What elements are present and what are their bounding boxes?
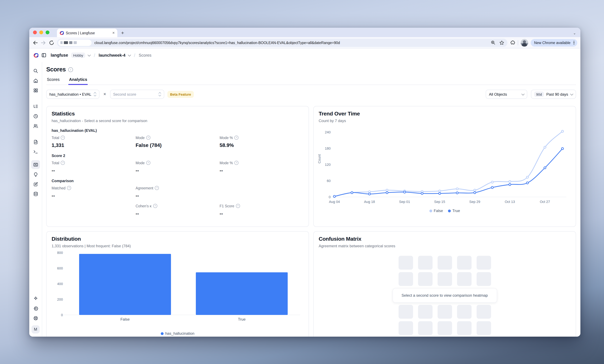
data-point[interactable] (509, 181, 511, 183)
sidebar-item-home[interactable] (31, 76, 40, 85)
sidebar-item-sessions[interactable] (31, 112, 40, 121)
sidebar-item-dashboards[interactable] (31, 86, 40, 95)
stat-cohens-k: Cohen's κ -- (136, 204, 220, 216)
project-chevron-icon[interactable] (128, 53, 131, 56)
data-point[interactable] (456, 192, 458, 194)
tab-search-chevron-icon[interactable]: ⌄ (573, 31, 576, 37)
sidebar-item-settings[interactable] (31, 304, 40, 313)
sidebar-item-users[interactable] (31, 121, 40, 130)
data-point[interactable] (421, 192, 423, 194)
chrome-menu-icon[interactable] (573, 41, 575, 45)
chrome-update-button[interactable]: New Chrome available (530, 39, 577, 46)
site-info-chip[interactable] (58, 39, 91, 46)
help-icon[interactable] (155, 186, 159, 190)
date-range-select[interactable]: 90d Past 90 days (531, 90, 576, 99)
help-icon[interactable] (61, 136, 65, 140)
legend-item-false[interactable]: False (429, 209, 443, 213)
back-icon[interactable] (32, 40, 38, 45)
help-icon[interactable] (67, 186, 71, 190)
users-icon (33, 123, 38, 128)
profile-avatar[interactable] (520, 39, 528, 46)
data-point[interactable] (386, 189, 388, 191)
data-point[interactable] (474, 189, 476, 191)
brand-name[interactable]: langfuse (51, 53, 68, 58)
score2-select[interactable]: Second score (110, 90, 164, 99)
y-tick: 180 (325, 146, 331, 151)
reload-icon[interactable] (49, 40, 54, 45)
matrix-cell (457, 256, 471, 270)
page-title: Scores (46, 66, 66, 73)
sidebar-item-scores[interactable] (31, 160, 40, 169)
data-point[interactable] (474, 192, 476, 194)
data-point[interactable] (386, 192, 388, 194)
data-point[interactable] (544, 146, 546, 148)
sidebar-item-annotation[interactable] (31, 180, 40, 188)
chrome-update-label: New Chrome available (534, 41, 570, 45)
data-point[interactable] (509, 183, 511, 186)
help-icon[interactable] (153, 204, 157, 208)
forward-icon[interactable] (41, 40, 46, 45)
extensions-icon[interactable] (510, 40, 515, 45)
score2-section-heading: Score 2 (51, 153, 303, 158)
legend-item-true[interactable]: True (448, 209, 460, 213)
user-avatar[interactable]: M (31, 325, 40, 334)
bookmark-star-icon[interactable] (499, 40, 504, 45)
sidebar-item-datasets[interactable] (31, 189, 40, 198)
help-icon[interactable] (146, 161, 150, 165)
help-icon[interactable] (236, 204, 240, 208)
info-icon[interactable] (68, 67, 73, 72)
data-point[interactable] (439, 192, 441, 194)
data-point[interactable] (491, 181, 493, 183)
data-point[interactable] (368, 193, 370, 195)
data-point[interactable] (456, 188, 458, 190)
legend-item-score[interactable]: has_hallucination (161, 331, 194, 336)
browser-tab[interactable]: Scores | Langfuse ✕ (57, 29, 117, 37)
new-tab-button[interactable]: + (121, 30, 124, 37)
sidebar-item-support[interactable] (31, 314, 40, 323)
url-text[interactable]: cloud.langfuse.com/project/cmhnuoj660007… (94, 41, 488, 45)
data-point[interactable] (491, 186, 493, 188)
sidebar-item-evaluators[interactable] (31, 170, 40, 179)
sidebar-item-tracing[interactable] (31, 102, 40, 111)
breadcrumb-project[interactable]: launchweek-4 (99, 53, 126, 58)
tab-close-icon[interactable]: ✕ (112, 31, 115, 35)
data-point[interactable] (404, 191, 406, 193)
org-chevron-icon[interactable] (88, 53, 91, 56)
zoom-icon[interactable] (491, 40, 495, 45)
clear-score-button[interactable]: ✕ (103, 92, 107, 96)
minimize-window-button[interactable] (39, 30, 43, 34)
sidebar-rail: M (29, 62, 42, 337)
beta-feature-badge: Beta Feature (167, 91, 194, 98)
plan-badge[interactable]: Hobby (71, 52, 85, 58)
bar-false[interactable] (79, 254, 171, 315)
help-icon[interactable] (61, 161, 65, 165)
bar-true[interactable] (196, 272, 288, 315)
score1-select[interactable]: has_hallucination • EVAL (46, 90, 100, 99)
help-icon[interactable] (234, 161, 239, 165)
data-point[interactable] (368, 191, 370, 193)
sidebar-toggle-icon[interactable] (41, 52, 47, 58)
distribution-title: Distribution (51, 236, 303, 242)
sidebar-item-prompts[interactable] (31, 138, 40, 146)
data-point[interactable] (333, 195, 335, 197)
data-point[interactable] (526, 176, 528, 178)
data-point[interactable] (526, 182, 528, 184)
sidebar-item-search[interactable] (31, 66, 40, 75)
help-icon[interactable] (146, 136, 150, 140)
object-type-select[interactable]: All Objects (486, 90, 528, 99)
data-point[interactable] (439, 190, 441, 192)
tab-analytics[interactable]: Analytics (68, 77, 88, 85)
close-window-button[interactable] (33, 30, 37, 34)
sidebar-item-playground[interactable] (31, 147, 40, 156)
data-point[interactable] (351, 192, 353, 194)
breadcrumb-separator: / (93, 52, 96, 58)
fullscreen-window-button[interactable] (46, 30, 49, 34)
data-point[interactable] (544, 167, 546, 169)
data-point[interactable] (561, 130, 563, 132)
tab-scores[interactable]: Scores (46, 77, 60, 85)
help-icon[interactable] (234, 136, 239, 140)
url-bar[interactable]: cloud.langfuse.com/project/cmhnuoj660007… (57, 38, 507, 47)
matrix-row (398, 305, 491, 319)
sidebar-item-ask-ai[interactable] (31, 294, 40, 303)
data-point[interactable] (561, 148, 563, 150)
